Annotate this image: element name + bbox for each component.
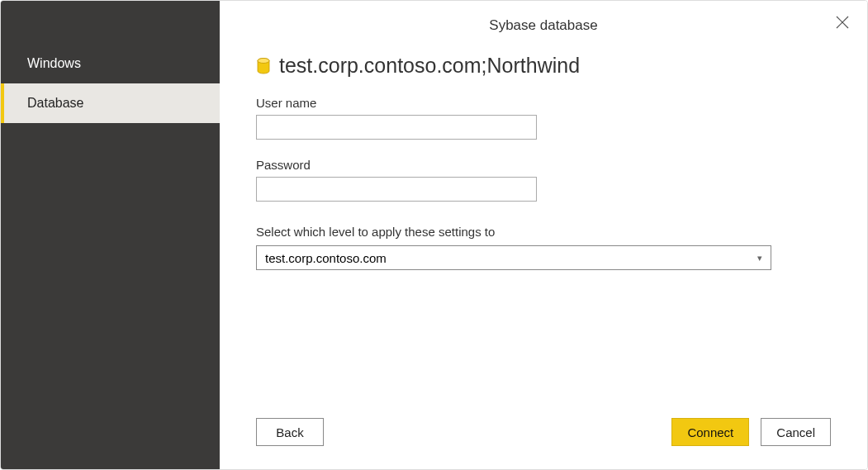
sidebar-item-label: Windows xyxy=(27,56,81,71)
username-label: User name xyxy=(256,96,831,110)
connect-button[interactable]: Connect xyxy=(671,418,749,446)
footer: Back Connect Cancel xyxy=(220,418,867,446)
close-icon xyxy=(836,16,849,29)
connection-string: test.corp.contoso.com;Northwind xyxy=(279,54,580,78)
footer-right-group: Connect Cancel xyxy=(671,418,831,446)
sidebar-item-database[interactable]: Database xyxy=(1,83,220,123)
level-select-value: test.corp.contoso.com xyxy=(265,251,387,265)
password-input[interactable] xyxy=(256,177,537,202)
content-area: test.corp.contoso.com;Northwind User nam… xyxy=(220,54,867,270)
level-label: Select which level to apply these settin… xyxy=(256,225,831,239)
database-icon xyxy=(256,58,271,74)
password-label: Password xyxy=(256,158,831,172)
level-select[interactable]: test.corp.contoso.com ▾ xyxy=(256,245,771,270)
sidebar-item-label: Database xyxy=(27,96,84,111)
username-input[interactable] xyxy=(256,115,537,140)
auth-dialog: Windows Database Sybase database test.co… xyxy=(0,0,868,470)
cancel-button[interactable]: Cancel xyxy=(761,418,831,446)
chevron-down-icon: ▾ xyxy=(757,253,762,263)
sidebar: Windows Database xyxy=(1,1,220,469)
dialog-title: Sybase database xyxy=(220,1,867,45)
sidebar-item-windows[interactable]: Windows xyxy=(1,44,220,83)
level-select-wrap: test.corp.contoso.com ▾ xyxy=(256,245,771,270)
close-button[interactable] xyxy=(832,12,852,32)
svg-point-3 xyxy=(258,58,269,63)
connection-header: test.corp.contoso.com;Northwind xyxy=(256,54,831,78)
main-panel: Sybase database test.corp.contoso.com;No… xyxy=(220,1,867,469)
back-button[interactable]: Back xyxy=(256,418,324,446)
